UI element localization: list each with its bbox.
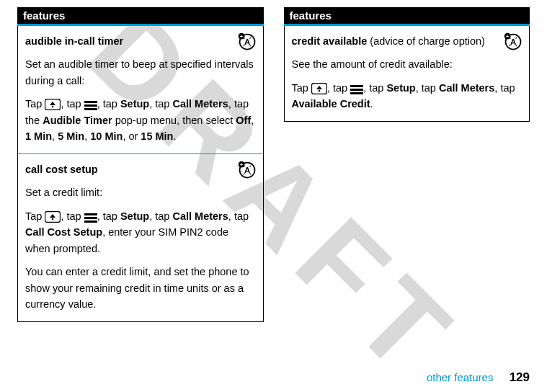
svg-text:A: A [244,37,249,46]
svg-text:+: + [506,34,509,39]
page-footer: other features 129 [427,370,530,385]
svg-text:A: A [244,166,249,174]
row-path: Tap , tap , tap Setup, tap Call Meters, … [292,80,522,112]
row-title-line: credit available (advice of charge optio… [292,33,522,49]
right-column: features + A credit available (advice of… [284,7,530,322]
sim-dependent-icon: + A [503,32,523,52]
svg-rect-8 [84,108,97,110]
cell-credit-available: + A credit available (advice of charge o… [284,26,530,122]
svg-rect-16 [84,217,97,219]
row-para2: You can enter a credit limit, and set th… [25,264,256,312]
row-desc: See the amount of credit available: [292,56,522,72]
left-column: features + A audible in-call timer Set a… [17,7,264,322]
row-title: audible in-call timer [25,35,123,47]
menu-icon [84,100,97,110]
row-desc: Set a credit limit: [25,184,256,200]
menu-icon [84,213,97,223]
svg-text:+: + [240,34,243,39]
launcher-icon [45,211,61,223]
sim-dependent-icon: + A [237,160,257,180]
svg-rect-15 [84,213,97,215]
features-header-right: features [284,7,530,24]
svg-point-14 [52,218,54,220]
page-columns: features + A audible in-call timer Set a… [0,0,547,322]
svg-rect-6 [84,101,97,103]
row-desc: Set an audible timer to beep at specifie… [25,56,256,89]
menu-icon [350,84,363,94]
page-number: 129 [510,370,530,384]
svg-text:+: + [240,162,243,167]
cell-call-cost-setup: + A call cost setup Set a credit limit: … [17,154,264,322]
row-path: Tap , tap , tap Setup, tap Call Meters, … [25,96,256,144]
cell-audible-timer: + A audible in-call timer Set an audible… [17,26,264,154]
row-path: Tap , tap , tap Setup, tap Call Meters, … [25,208,256,257]
launcher-icon [311,83,327,94]
svg-point-23 [319,90,321,92]
svg-rect-17 [84,220,97,223]
svg-rect-25 [350,89,363,91]
launcher-icon [45,99,61,110]
sim-dependent-icon: + A [237,32,257,52]
svg-rect-7 [84,104,97,107]
svg-rect-26 [350,92,363,94]
features-header-left: features [17,7,264,24]
svg-point-5 [52,106,54,108]
svg-rect-24 [350,85,363,87]
chapter-name: other features [427,371,494,383]
row-title: call cost setup [25,164,98,175]
svg-text:A: A [510,37,516,46]
